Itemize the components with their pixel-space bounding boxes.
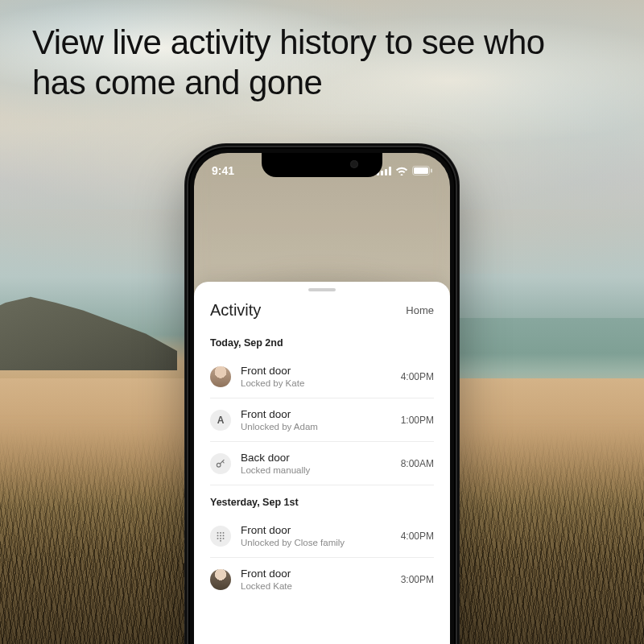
svg-point-12 — [220, 535, 221, 536]
activity-action: Unlocked by Adam — [241, 422, 391, 431]
svg-point-13 — [223, 535, 225, 536]
activity-action: Locked by Kate — [241, 378, 391, 388]
activity-row[interactable]: Front door Unlocked by Close family 4:00… — [210, 514, 434, 558]
status-right — [377, 166, 432, 175]
key-icon — [210, 453, 231, 474]
activity-door: Front door — [241, 408, 391, 420]
activity-time: 8:00AM — [401, 458, 434, 469]
svg-point-9 — [220, 531, 221, 533]
activity-time: 3:00PM — [401, 574, 434, 585]
activity-door: Back door — [241, 452, 391, 464]
avatar — [210, 569, 231, 590]
avatar — [210, 366, 231, 387]
avatar: A — [210, 410, 231, 431]
activity-list[interactable]: Today, Sep 2nd Front door Locked by Kate… — [194, 331, 450, 601]
keypad-icon — [210, 526, 231, 547]
phone-notch — [262, 153, 382, 177]
svg-point-15 — [220, 537, 221, 539]
phone-frame: 9:41 Activity Home Today, Sep 2nd — [184, 143, 460, 644]
activity-time: 1:00PM — [401, 415, 434, 426]
phone-screen: 9:41 Activity Home Today, Sep 2nd — [194, 153, 450, 644]
headline: View live activity history to see who ha… — [32, 23, 596, 102]
activity-door: Front door — [241, 524, 391, 536]
svg-point-10 — [223, 531, 225, 533]
activity-time: 4:00PM — [401, 371, 434, 382]
sheet-title: Activity — [210, 301, 261, 320]
sheet-header: Activity Home — [194, 296, 450, 331]
activity-time: 4:00PM — [401, 530, 434, 542]
marketing-stage: View live activity history to see who ha… — [0, 0, 644, 644]
activity-action: Locked Kate — [241, 581, 391, 591]
section-label: Yesterday, Sep 1st — [210, 497, 434, 508]
svg-point-8 — [217, 531, 219, 533]
svg-point-17 — [220, 539, 221, 541]
activity-action: Locked manually — [241, 465, 391, 475]
activity-row[interactable]: Back door Locked manually 8:00AM — [210, 442, 434, 485]
activity-sheet[interactable]: Activity Home Today, Sep 2nd Front door … — [194, 282, 450, 644]
wifi-icon — [395, 167, 408, 175]
activity-action: Unlocked by Close family — [241, 538, 391, 547]
svg-rect-1 — [381, 171, 383, 175]
activity-door: Front door — [241, 365, 391, 377]
activity-row[interactable]: Front door Locked Kate 3:00PM — [210, 558, 434, 601]
activity-row[interactable]: Front door Locked by Kate 4:00PM — [210, 355, 434, 398]
svg-point-11 — [217, 535, 219, 536]
sheet-grabber[interactable] — [308, 288, 336, 291]
svg-point-14 — [217, 537, 219, 539]
battery-icon — [412, 166, 432, 175]
activity-door: Front door — [241, 568, 391, 580]
svg-rect-3 — [389, 167, 391, 175]
sheet-home-link[interactable]: Home — [406, 304, 434, 316]
bg-mountain — [0, 274, 177, 370]
svg-rect-5 — [414, 167, 428, 174]
status-time: 9:41 — [212, 164, 234, 177]
activity-row[interactable]: A Front door Unlocked by Adam 1:00PM — [210, 398, 434, 442]
svg-rect-2 — [385, 169, 387, 175]
svg-point-16 — [223, 537, 225, 539]
section-label: Today, Sep 2nd — [210, 337, 434, 349]
svg-rect-6 — [431, 169, 432, 173]
